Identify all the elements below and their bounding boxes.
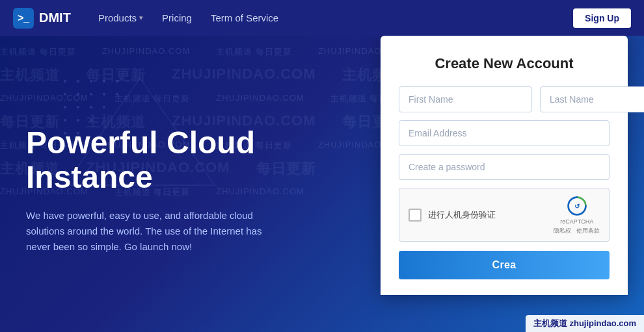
logo-icon: >_ xyxy=(13,8,34,29)
form-title: Create New Account xyxy=(399,55,610,72)
recaptcha-box[interactable]: 进行人机身份验证 ↺ reCAPTCHA 隐私权 · 使用条款 xyxy=(399,188,610,242)
hero-title: Powerful Cloud Instance xyxy=(26,126,338,195)
hero-right: Create New Account 进行人机身份验证 ↺ xyxy=(364,36,644,332)
recaptcha-logo: ↺ reCAPTCHA 隐私权 · 使用条款 xyxy=(554,195,600,235)
svg-text:↺: ↺ xyxy=(574,203,580,210)
nav-pricing[interactable]: Pricing xyxy=(154,8,200,27)
nav-products[interactable]: Products ▾ xyxy=(90,8,151,27)
name-row xyxy=(399,86,610,112)
signup-form-panel: Create New Account 进行人机身份验证 ↺ xyxy=(381,36,628,295)
email-input[interactable] xyxy=(399,120,610,146)
password-input[interactable] xyxy=(399,154,610,180)
chevron-down-icon: ▾ xyxy=(139,14,143,22)
recaptcha-left: 进行人机身份验证 xyxy=(409,209,496,222)
last-name-input[interactable] xyxy=(540,86,644,112)
nav-links: Products ▾ Pricing Term of Service xyxy=(90,8,573,27)
bottom-watermark: 主机频道 zhujipindao.com xyxy=(526,315,644,332)
recaptcha-checkbox[interactable] xyxy=(409,209,422,222)
nav-terms[interactable]: Term of Service xyxy=(203,8,286,27)
first-name-input[interactable] xyxy=(399,86,532,112)
recaptcha-icon: ↺ xyxy=(566,195,588,217)
logo[interactable]: >_ DMIT xyxy=(13,8,71,29)
hero-left: Powerful Cloud Instance We have powerful… xyxy=(0,36,364,332)
logo-text: DMIT xyxy=(39,10,71,25)
recaptcha-brand-text: reCAPTCHA xyxy=(560,218,593,226)
navbar: >_ DMIT Products ▾ Pricing Term of Servi… xyxy=(0,0,644,36)
create-account-button[interactable]: Crea xyxy=(399,251,610,279)
hero-section: 主机频道 每日更新ZHUJIPINDAO.COM主机频道 每日更新ZHUJIPI… xyxy=(0,36,644,332)
hero-subtitle: We have powerful, easy to use, and affor… xyxy=(26,208,273,255)
signup-button[interactable]: Sign Up xyxy=(573,8,631,28)
recaptcha-label: 进行人机身份验证 xyxy=(428,209,496,221)
recaptcha-sub-text: 隐私权 · 使用条款 xyxy=(554,227,600,235)
